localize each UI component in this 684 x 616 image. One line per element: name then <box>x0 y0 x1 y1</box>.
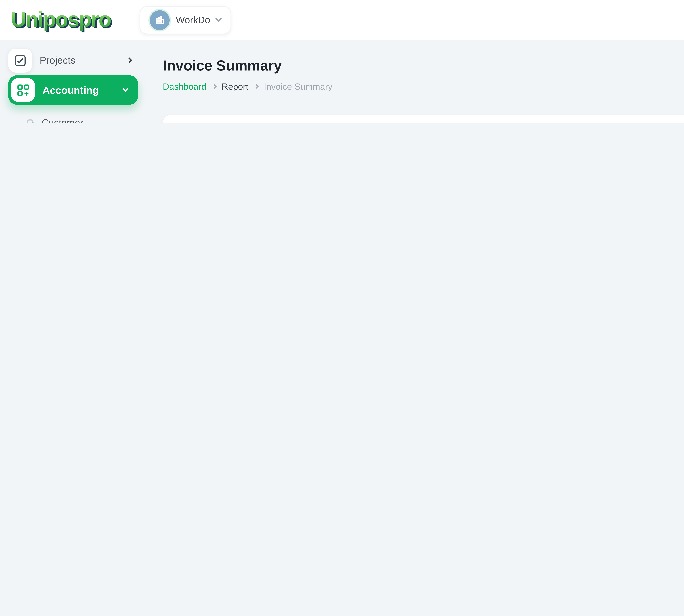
breadcrumb: Dashboard Report Invoice Summary <box>163 82 333 92</box>
page-title: Invoice Summary <box>163 58 333 74</box>
sidebar-item-customer[interactable]: Customer <box>8 109 138 123</box>
check-square-icon <box>8 48 32 72</box>
chevron-down-icon <box>215 16 222 22</box>
main-content: Invoice Summary Dashboard Report Invoice… <box>145 40 684 123</box>
breadcrumb-current: Invoice Summary <box>264 82 333 92</box>
brand-logo: Unipospro <box>11 7 111 32</box>
company-building-icon <box>150 10 169 30</box>
chevron-right-icon <box>127 57 132 63</box>
bullet-icon <box>25 117 35 123</box>
company-switcher[interactable]: WorkDo <box>139 6 231 34</box>
sidebar-item-projects[interactable]: Projects <box>8 47 138 74</box>
accounting-grid-icon <box>11 78 35 102</box>
sidebar-item-accounting[interactable]: Accounting <box>8 75 138 105</box>
company-name: WorkDo <box>176 14 210 25</box>
filter-panel: Start Month --------- ---- End Month ---… <box>163 115 684 123</box>
breadcrumb-dashboard[interactable]: Dashboard <box>163 82 206 92</box>
breadcrumb-report[interactable]: Report <box>222 82 248 92</box>
sidebar: Projects Accounting Customer Vendor Bank… <box>0 40 145 123</box>
chevron-right-icon <box>212 85 216 89</box>
app-root: Unipospro WorkDo 0 Create Workspace Work… <box>0 0 684 123</box>
chevron-right-icon <box>254 85 258 89</box>
chevron-down-icon <box>122 86 128 92</box>
app-header: Unipospro WorkDo 0 Create Workspace Work… <box>0 0 684 40</box>
page-head: Invoice Summary Dashboard Report Invoice… <box>163 58 684 92</box>
